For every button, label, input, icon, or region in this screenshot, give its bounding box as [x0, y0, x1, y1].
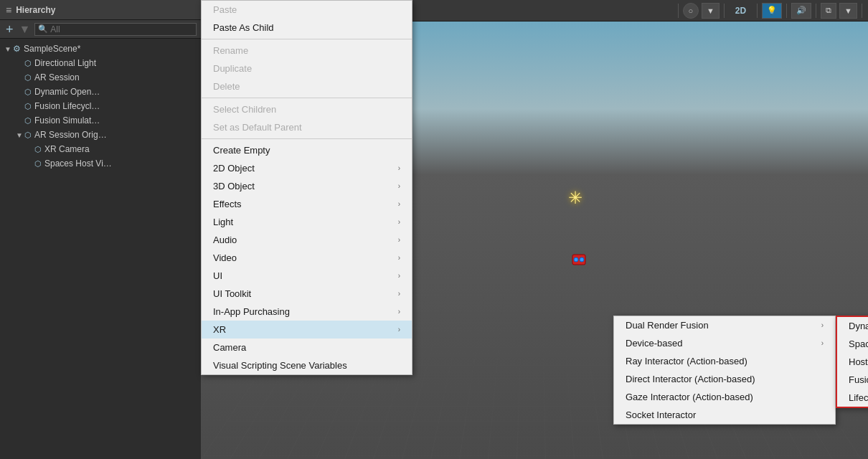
- menu-item-2d-object[interactable]: 2D Object ›: [202, 159, 412, 177]
- cube-icon: ⬡: [24, 73, 32, 82]
- menu-item-delete[interactable]: Delete: [202, 77, 412, 95]
- search-input[interactable]: [50, 24, 193, 34]
- tree-item-ar-session[interactable]: ⬡ AR Session: [0, 70, 201, 85]
- toolbar-separator: ▼: [19, 23, 31, 36]
- menu-item-xr[interactable]: XR ›: [202, 321, 412, 339]
- item-label: XR Camera: [44, 144, 90, 154]
- menu-item-camera[interactable]: Camera: [202, 339, 412, 356]
- tree-item-fusion-lifecycle[interactable]: ⬡ Fusion Lifecycl…: [0, 99, 201, 113]
- menu-item-video[interactable]: Video ›: [202, 249, 412, 267]
- menu-item-audio[interactable]: Audio ›: [202, 231, 412, 249]
- menu-item-label: Gaze Interactor (Action-based): [626, 392, 753, 402]
- menu-item-host-view[interactable]: Host View: [837, 353, 868, 371]
- menu-item-socket-interactor[interactable]: Socket Interactor: [614, 406, 835, 424]
- sphere-button[interactable]: ○: [683, 3, 699, 19]
- menu-item-fusion-simulator-sub[interactable]: Fusion Simulator: [837, 371, 868, 389]
- menu-item-label: UI Toolkit: [213, 288, 251, 299]
- menu-item-create-empty[interactable]: Create Empty: [202, 141, 412, 159]
- arrow-right-icon: ›: [398, 290, 400, 298]
- menu-item-label: Ray Interactor (Action-based): [626, 356, 747, 366]
- menu-item-dual-render-fusion[interactable]: Dual Render Fusion ›: [614, 316, 835, 334]
- menu-item-ui-toolkit[interactable]: UI Toolkit ›: [202, 285, 412, 303]
- hierarchy-panel: ≡ Hierarchy + ▼ 🔍 ▼ ⚙ SampleScene* ⬡ Dir…: [0, 0, 201, 459]
- menu-item-ray-interactor[interactable]: Ray Interactor (Action-based): [614, 352, 835, 370]
- hierarchy-header: ≡ Hierarchy: [0, 0, 201, 20]
- tree-item-dynamic-open[interactable]: ⬡ Dynamic Open…: [0, 85, 201, 99]
- scene-icon: ⚙: [13, 44, 21, 54]
- item-label: Dynamic Open…: [34, 87, 100, 97]
- menu-item-label: Effects: [213, 199, 242, 209]
- light-button[interactable]: 💡: [762, 3, 782, 19]
- layers-dropdown[interactable]: ▼: [839, 3, 857, 19]
- svg-point-2: [580, 257, 584, 262]
- menu-item-light[interactable]: Light ›: [202, 213, 412, 231]
- menu-separator-2: [202, 98, 412, 98]
- arrow-right-icon: ›: [398, 308, 400, 316]
- layers-button[interactable]: ⧉: [821, 3, 836, 19]
- menu-item-label: Light: [213, 217, 233, 227]
- menu-item-3d-object[interactable]: 3D Object ›: [202, 177, 412, 195]
- svg-point-1: [574, 257, 578, 262]
- menu-item-label: Video: [213, 252, 237, 263]
- item-label: Spaces Host Vi…: [44, 158, 112, 169]
- context-menu-primary: Paste Paste As Child Rename Duplicate De…: [201, 0, 412, 375]
- menu-item-paste-as-child[interactable]: Paste As Child: [202, 19, 412, 37]
- menu-item-label: In-App Purchasing: [213, 306, 290, 317]
- menu-item-visual-scripting[interactable]: Visual Scripting Scene Variables: [202, 356, 412, 374]
- item-label: AR Session: [34, 72, 80, 82]
- menu-item-label: Duplicate: [213, 63, 252, 74]
- tree-item-xr-camera[interactable]: ⬡ XR Camera: [0, 142, 201, 156]
- menu-separator-3: [202, 138, 412, 139]
- menu-item-gaze-interactor[interactable]: Gaze Interactor (Action-based): [614, 388, 835, 406]
- menu-item-direct-interactor[interactable]: Direct Interactor (Action-based): [614, 370, 835, 388]
- hierarchy-tree: ▼ ⚙ SampleScene* ⬡ Directional Light ⬡ A…: [0, 39, 201, 459]
- sphere-dropdown[interactable]: ▼: [702, 3, 720, 19]
- arrow-icon: ▼: [16, 131, 24, 139]
- arrow-right-icon: ›: [821, 339, 824, 347]
- menu-item-label: Socket Interactor: [626, 410, 696, 420]
- hierarchy-toolbar: + ▼ 🔍: [0, 20, 201, 39]
- audio-button[interactable]: 🔊: [791, 3, 811, 19]
- tree-item-spaces-host-vi[interactable]: ⬡ Spaces Host Vi…: [0, 156, 201, 171]
- toolbar-separator-4: [724, 4, 725, 18]
- tree-item-directional-light[interactable]: ⬡ Directional Light: [0, 56, 201, 70]
- menu-item-rename[interactable]: Rename: [202, 42, 412, 60]
- hierarchy-add-button[interactable]: +: [4, 23, 15, 36]
- item-label: Fusion Lifecycl…: [34, 101, 100, 111]
- menu-item-select-children[interactable]: Select Children: [202, 100, 412, 118]
- menu-item-in-app-purchasing[interactable]: In-App Purchasing ›: [202, 303, 412, 321]
- cube-icon: ⬡: [34, 159, 42, 169]
- tree-item-ar-session-orig[interactable]: ▼ ⬡ AR Session Orig…: [0, 128, 201, 142]
- menu-item-duplicate[interactable]: Duplicate: [202, 60, 412, 77]
- menu-item-effects[interactable]: Effects ›: [202, 195, 412, 213]
- 2d-mode-button[interactable]: 2D: [729, 4, 753, 18]
- item-label: AR Session Orig…: [34, 130, 107, 140]
- menu-item-spaces-glass-status[interactable]: Spaces Glass Status: [837, 335, 868, 353]
- tree-item-fusion-simulator[interactable]: ⬡ Fusion Simulat…: [0, 113, 201, 128]
- tree-item-sample-scene[interactable]: ▼ ⚙ SampleScene*: [0, 42, 201, 56]
- arrow-right-icon: ›: [398, 182, 400, 190]
- menu-item-label: Paste As Child: [213, 22, 274, 33]
- cube-icon: ⬡: [24, 87, 32, 97]
- menu-item-label: Dynamic OpenXR Loader: [849, 321, 868, 331]
- menu-item-paste[interactable]: Paste: [202, 1, 412, 19]
- menu-item-label: Lifecycle Events: [849, 392, 868, 403]
- menu-item-set-as-default-parent[interactable]: Set as Default Parent: [202, 118, 412, 136]
- menu-item-device-based[interactable]: Device-based ›: [614, 334, 835, 352]
- menu-item-label: 2D Object: [213, 163, 255, 174]
- menu-item-ui[interactable]: UI ›: [202, 267, 412, 285]
- arrow-right-icon: ›: [821, 321, 824, 329]
- search-container: 🔍: [34, 23, 197, 36]
- menu-item-label: Paste: [213, 4, 237, 15]
- menu-item-label: Set as Default Parent: [213, 122, 302, 133]
- cube-icon: ⬡: [24, 102, 32, 111]
- menu-item-label: Visual Scripting Scene Variables: [213, 360, 347, 371]
- toolbar-separator-5: [757, 4, 758, 18]
- menu-item-label: Select Children: [213, 104, 276, 115]
- menu-item-lifecycle-events[interactable]: Lifecycle Events: [837, 389, 868, 407]
- menu-item-label: Camera: [213, 342, 246, 353]
- search-icon: 🔍: [38, 24, 48, 34]
- context-menu-device-based: Dynamic OpenXR Loader Spaces Glass Statu…: [836, 316, 868, 408]
- arrow-right-icon: ›: [398, 254, 400, 262]
- menu-item-dynamic-openxr-loader[interactable]: Dynamic OpenXR Loader: [837, 317, 868, 335]
